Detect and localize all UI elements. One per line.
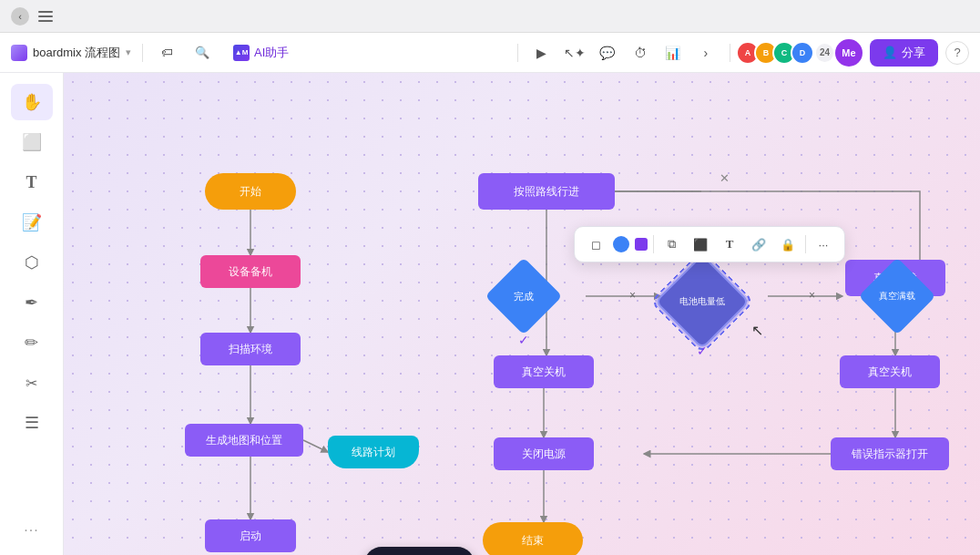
canvas[interactable]: 开始 设备备机 扫描环境 生成地图和位置 启动 线路计划 按照路线行进 真空关机: [64, 73, 980, 555]
connector-x1: ×: [629, 289, 636, 302]
ctx-lock-button[interactable]: 🔒: [776, 232, 800, 256]
connector-x2: ×: [809, 289, 815, 302]
node-map[interactable]: 生成地图和位置: [185, 424, 303, 457]
cta-button[interactable]: + 立即使用: [364, 547, 475, 555]
comment-button[interactable]: 💬: [595, 40, 620, 66]
node-vacuum2-label: 真空关机: [868, 365, 912, 380]
pencil-icon: ✏: [25, 333, 38, 353]
node-scan-label: 扫描环境: [229, 342, 272, 357]
brand-name: boardmix 流程图: [33, 45, 120, 61]
node-boot[interactable]: 启动: [205, 519, 296, 552]
sidebar-item-sticky[interactable]: 📝: [11, 204, 53, 241]
context-toolbar: ◻ ⧉ ⬛ T 🔗 🔒 ···: [574, 226, 845, 262]
sidebar-item-text[interactable]: T: [11, 164, 53, 200]
toolbar-divider-2: [730, 44, 730, 62]
more-tools-button[interactable]: ›: [693, 40, 719, 66]
node-end-label: 结束: [522, 533, 544, 549]
sidebar-item-frame[interactable]: ⬜: [11, 124, 53, 160]
brand-area: boardmix 流程图 ▾: [11, 45, 131, 61]
chart-button[interactable]: 📊: [660, 40, 686, 66]
node-boot-label: 启动: [240, 529, 261, 544]
diamond-done[interactable]: 完成 ✓: [487, 260, 560, 333]
node-error[interactable]: 错误指示器打开: [831, 437, 949, 470]
node-route-label: 线路计划: [352, 445, 395, 460]
hand-icon: ✋: [22, 92, 42, 112]
text-icon: T: [26, 173, 36, 192]
ctx-copy-button[interactable]: ⧉: [659, 232, 683, 256]
toolbar-right: ▶ ↖✦ 💬 ⏱ 📊 › A B C D 24 Me 👤 分享 ?: [529, 39, 969, 67]
ctx-color-blue[interactable]: [613, 236, 629, 252]
back-button[interactable]: ‹: [11, 7, 29, 26]
node-error-label: 错误指示器打开: [852, 447, 928, 462]
cursor-tool-button[interactable]: ↖✦: [562, 40, 587, 66]
node-end[interactable]: 结束: [483, 522, 583, 555]
ai-logo-text: ▲M: [235, 48, 249, 57]
sidebar-item-connector[interactable]: ✂: [11, 365, 53, 401]
ctx-text-button[interactable]: T: [718, 232, 741, 256]
node-map-label: 生成地图和位置: [206, 433, 282, 448]
node-vacuum2[interactable]: 真空关机: [840, 355, 940, 388]
sidebar-more-label: ···: [24, 522, 38, 539]
ctx-style-button[interactable]: ◻: [584, 232, 607, 256]
ctx-divider-2: [805, 235, 806, 253]
node-scan[interactable]: 扫描环境: [200, 333, 301, 365]
ctx-link-button[interactable]: 🔗: [747, 232, 771, 256]
node-vacuum1-label: 真空关机: [522, 365, 566, 380]
timer-button[interactable]: ⏱: [628, 40, 653, 66]
avatar-4: D: [791, 41, 814, 65]
sticky-icon: 📝: [22, 212, 42, 232]
brand-chevron[interactable]: ▾: [126, 46, 131, 58]
avatar-count: 24: [816, 44, 833, 62]
ai-assistant-button[interactable]: ▲M AI助手: [224, 41, 298, 65]
menu-button[interactable]: [38, 7, 56, 26]
diamond-full-label: 真空满载: [879, 291, 915, 302]
frame-icon: ⬜: [22, 132, 42, 152]
ctx-more-button[interactable]: ···: [812, 232, 835, 256]
sidebar-more[interactable]: ···: [11, 517, 53, 544]
diamond-battery[interactable]: 电池电量低 ✓: [660, 260, 744, 344]
mouse-cursor: ↖: [751, 322, 763, 339]
node-start-label: 开始: [240, 184, 261, 200]
ctx-divider-1: [653, 235, 654, 253]
sidebar-item-hand[interactable]: ✋: [11, 84, 53, 120]
tag-button[interactable]: 🏷: [154, 42, 180, 63]
tag-icon: 🏷: [161, 46, 173, 59]
help-button[interactable]: ?: [945, 41, 969, 65]
sidebar-item-list[interactable]: ☰: [11, 405, 53, 441]
node-start[interactable]: 开始: [205, 173, 296, 210]
play-button[interactable]: ▶: [529, 40, 555, 66]
search-button[interactable]: 🔍: [188, 42, 217, 63]
pen-icon: ✒: [25, 293, 38, 313]
ai-label: AI助手: [254, 45, 289, 61]
node-device-label: 设备备机: [229, 264, 272, 280]
close-follow-x[interactable]: ✕: [720, 171, 730, 185]
svg-line-4: [303, 440, 328, 452]
search-icon: 🔍: [195, 46, 209, 59]
node-route[interactable]: 线路计划: [328, 436, 419, 468]
node-device[interactable]: 设备备机: [200, 255, 301, 288]
browser-bar: ‹: [0, 0, 980, 33]
sidebar: ✋ ⬜ T 📝 ⬡ ✒ ✏ ✂ ☰ ···: [0, 73, 64, 555]
avatars-group: A B C D 24: [741, 41, 833, 65]
help-icon: ?: [954, 46, 960, 59]
sidebar-item-pen[interactable]: ✒: [11, 284, 53, 321]
share-label: 分享: [902, 45, 925, 61]
share-icon: 👤: [883, 46, 897, 59]
share-button[interactable]: 👤 分享: [870, 39, 938, 67]
connector-icon: ✂: [26, 375, 37, 392]
sidebar-item-shape[interactable]: ⬡: [11, 244, 53, 281]
diamond-full[interactable]: 真空满载: [861, 260, 934, 333]
brand-icon: [11, 45, 27, 61]
ai-logo: ▲M: [233, 45, 250, 61]
ctx-color-purple[interactable]: [635, 238, 648, 251]
node-vacuum1[interactable]: 真空关机: [494, 355, 594, 388]
sidebar-item-pencil[interactable]: ✏: [11, 324, 53, 361]
main-toolbar: boardmix 流程图 ▾ 🏷 🔍 ▲M AI助手 ▶ ↖✦ 💬 ⏱ 📊 › …: [0, 33, 980, 73]
node-power[interactable]: 关闭电源: [494, 437, 594, 470]
node-follow[interactable]: 按照路线行进: [478, 173, 615, 210]
node-power-label: 关闭电源: [522, 447, 566, 462]
ctx-align-button[interactable]: ⬛: [689, 232, 712, 256]
main-area: ✋ ⬜ T 📝 ⬡ ✒ ✏ ✂ ☰ ···: [0, 73, 980, 555]
shape-icon: ⬡: [25, 252, 39, 272]
diamond-battery-label: 电池电量低: [679, 296, 725, 307]
